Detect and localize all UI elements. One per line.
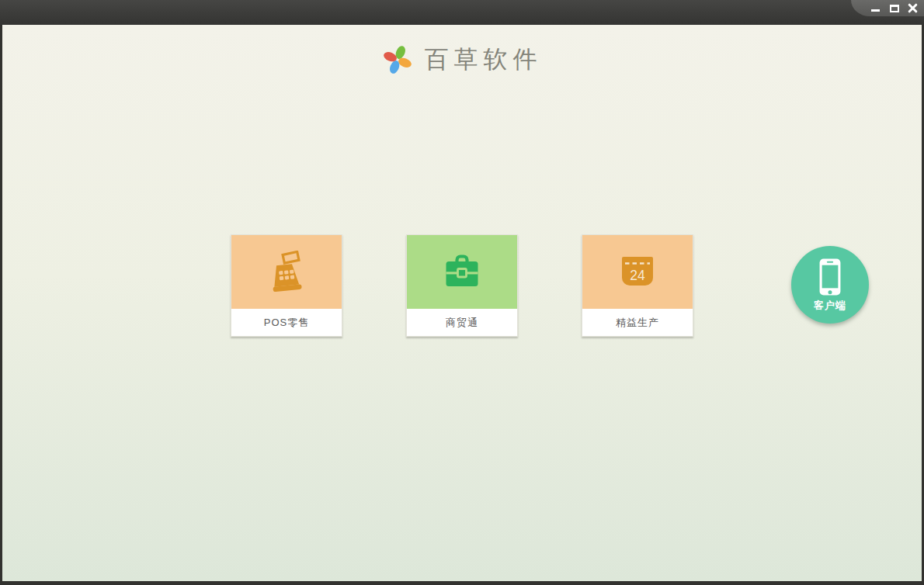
close-button[interactable]: [905, 2, 921, 16]
main-content: 百草软件: [2, 25, 922, 581]
titlebar: [0, 0, 924, 25]
product-cards: POS零售 商贸通 24 精益生: [231, 234, 693, 337]
brand-header: 百草软件: [2, 43, 922, 76]
card-trade-tile: [407, 235, 517, 309]
client-button[interactable]: 客户端: [791, 246, 869, 324]
smartphone-icon: [818, 258, 842, 296]
briefcase-icon: [440, 251, 484, 294]
maximize-icon: [890, 5, 899, 12]
maximize-button[interactable]: [886, 2, 902, 16]
cash-register-icon: [265, 251, 308, 294]
card-pos-retail-tile: [231, 235, 342, 309]
minimize-icon: [871, 9, 880, 12]
card-lean-production-label: 精益生产: [582, 309, 693, 336]
close-icon: [908, 3, 918, 13]
card-pos-retail[interactable]: POS零售: [231, 234, 342, 337]
minimize-button[interactable]: [867, 2, 884, 16]
pinwheel-icon: [382, 44, 413, 75]
card-trade-label: 商贸通: [407, 309, 517, 336]
calendar-day-number: 24: [630, 267, 645, 282]
calendar-icon: 24: [616, 251, 659, 294]
card-lean-production[interactable]: 24 精益生产: [582, 234, 693, 337]
card-trade[interactable]: 商贸通: [406, 234, 518, 337]
app-title: 百草软件: [425, 43, 543, 76]
card-pos-retail-label: POS零售: [231, 309, 342, 336]
window-controls: [851, 0, 924, 16]
client-button-label: 客户端: [814, 299, 846, 313]
card-lean-production-tile: 24: [582, 235, 693, 309]
